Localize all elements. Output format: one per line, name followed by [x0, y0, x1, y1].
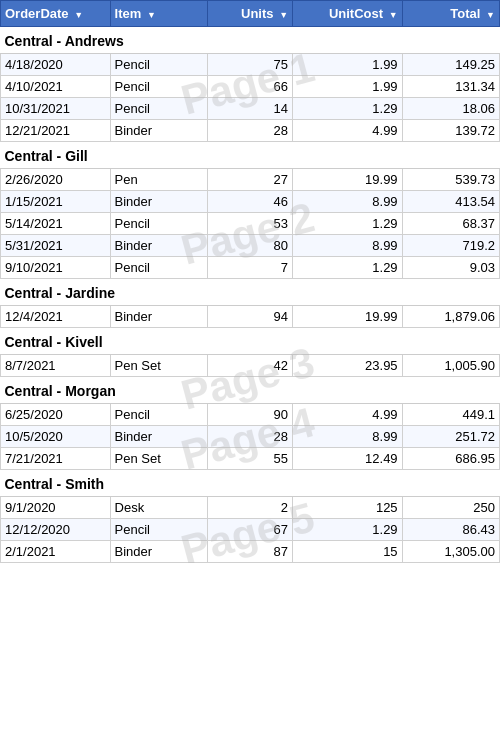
units-label: Units [241, 6, 274, 21]
cell-item: Binder [110, 306, 207, 328]
group-header-cell: Central - Kivell [1, 328, 500, 355]
group-header-row: Central - Morgan [1, 377, 500, 404]
table-row: 4/10/2021Pencil661.99131.34 [1, 76, 500, 98]
cell-unitcost: 8.99 [293, 191, 403, 213]
table-row: 6/25/2020Pencil904.99449.1 [1, 404, 500, 426]
cell-unitcost: 19.99 [293, 169, 403, 191]
cell-unitcost: 12.49 [293, 448, 403, 470]
cell-units: 27 [207, 169, 292, 191]
cell-unitcost: 8.99 [293, 426, 403, 448]
cell-total: 413.54 [402, 191, 499, 213]
table-row: 1/15/2021Binder468.99413.54 [1, 191, 500, 213]
cell-item: Pencil [110, 519, 207, 541]
cell-orderdate: 4/10/2021 [1, 76, 111, 98]
table-row: 7/21/2021Pen Set5512.49686.95 [1, 448, 500, 470]
cell-item: Binder [110, 120, 207, 142]
group-header-cell: Central - Gill [1, 142, 500, 169]
col-header-unitcost[interactable]: UnitCost ▼ [293, 1, 403, 27]
cell-units: 42 [207, 355, 292, 377]
cell-orderdate: 1/15/2021 [1, 191, 111, 213]
cell-unitcost: 1.29 [293, 519, 403, 541]
item-filter-icon[interactable]: ▼ [147, 10, 156, 20]
table-row: 8/7/2021Pen Set4223.951,005.90 [1, 355, 500, 377]
table-row: 10/31/2021Pencil141.2918.06 [1, 98, 500, 120]
cell-unitcost: 1.29 [293, 213, 403, 235]
table-row: 5/14/2021Pencil531.2968.37 [1, 213, 500, 235]
cell-item: Pen Set [110, 448, 207, 470]
cell-unitcost: 1.99 [293, 76, 403, 98]
cell-total: 131.34 [402, 76, 499, 98]
cell-units: 94 [207, 306, 292, 328]
cell-item: Binder [110, 191, 207, 213]
cell-unitcost: 1.99 [293, 54, 403, 76]
table-row: 12/21/2021Binder284.99139.72 [1, 120, 500, 142]
cell-item: Pen Set [110, 355, 207, 377]
col-header-units[interactable]: Units ▼ [207, 1, 292, 27]
cell-orderdate: 6/25/2020 [1, 404, 111, 426]
cell-item: Pencil [110, 213, 207, 235]
cell-units: 46 [207, 191, 292, 213]
table-row: 2/1/2021Binder87151,305.00 [1, 541, 500, 563]
cell-total: 1,879.06 [402, 306, 499, 328]
table-row: 12/12/2020Pencil671.2986.43 [1, 519, 500, 541]
col-header-item[interactable]: Item ▼ [110, 1, 207, 27]
cell-orderdate: 8/7/2021 [1, 355, 111, 377]
cell-total: 18.06 [402, 98, 499, 120]
cell-orderdate: 5/14/2021 [1, 213, 111, 235]
cell-total: 449.1 [402, 404, 499, 426]
cell-unitcost: 1.29 [293, 98, 403, 120]
cell-orderdate: 10/5/2020 [1, 426, 111, 448]
orderdate-filter-icon[interactable]: ▼ [74, 10, 83, 20]
cell-units: 7 [207, 257, 292, 279]
cell-unitcost: 4.99 [293, 404, 403, 426]
group-header-row: Central - Gill [1, 142, 500, 169]
table-row: 5/31/2021Binder808.99719.2 [1, 235, 500, 257]
table-row: 9/1/2020Desk2125250 [1, 497, 500, 519]
cell-unitcost: 15 [293, 541, 403, 563]
cell-unitcost: 125 [293, 497, 403, 519]
unitcost-filter-icon[interactable]: ▼ [389, 10, 398, 20]
cell-units: 28 [207, 120, 292, 142]
cell-item: Pen [110, 169, 207, 191]
cell-item: Desk [110, 497, 207, 519]
col-header-orderdate[interactable]: OrderDate ▼ [1, 1, 111, 27]
cell-item: Pencil [110, 98, 207, 120]
cell-units: 90 [207, 404, 292, 426]
cell-unitcost: 4.99 [293, 120, 403, 142]
table-row: 4/18/2020Pencil751.99149.25 [1, 54, 500, 76]
cell-unitcost: 1.29 [293, 257, 403, 279]
total-filter-icon[interactable]: ▼ [486, 10, 495, 20]
table-row: 12/4/2021Binder9419.991,879.06 [1, 306, 500, 328]
cell-total: 1,005.90 [402, 355, 499, 377]
cell-units: 14 [207, 98, 292, 120]
table-row: 9/10/2021Pencil71.299.03 [1, 257, 500, 279]
total-label: Total [450, 6, 480, 21]
cell-units: 80 [207, 235, 292, 257]
unitcost-label: UnitCost [329, 6, 383, 21]
group-header-row: Central - Smith [1, 470, 500, 497]
cell-orderdate: 10/31/2021 [1, 98, 111, 120]
cell-item: Pencil [110, 54, 207, 76]
item-label: Item [115, 6, 142, 21]
cell-units: 28 [207, 426, 292, 448]
group-header-row: Central - Kivell [1, 328, 500, 355]
group-header-row: Central - Jardine [1, 279, 500, 306]
col-header-total[interactable]: Total ▼ [402, 1, 499, 27]
cell-total: 686.95 [402, 448, 499, 470]
cell-item: Pencil [110, 257, 207, 279]
table-row: 10/5/2020Binder288.99251.72 [1, 426, 500, 448]
cell-total: 9.03 [402, 257, 499, 279]
cell-units: 2 [207, 497, 292, 519]
cell-total: 539.73 [402, 169, 499, 191]
cell-total: 139.72 [402, 120, 499, 142]
cell-total: 251.72 [402, 426, 499, 448]
units-filter-icon[interactable]: ▼ [279, 10, 288, 20]
group-header-cell: Central - Andrews [1, 27, 500, 54]
table-row: 2/26/2020Pen2719.99539.73 [1, 169, 500, 191]
table-header: OrderDate ▼ Item ▼ Units ▼ UnitCost ▼ To… [1, 1, 500, 27]
cell-item: Binder [110, 426, 207, 448]
table-body: Central - Andrews4/18/2020Pencil751.9914… [1, 27, 500, 563]
cell-unitcost: 23.95 [293, 355, 403, 377]
cell-units: 67 [207, 519, 292, 541]
data-table: OrderDate ▼ Item ▼ Units ▼ UnitCost ▼ To… [0, 0, 500, 563]
